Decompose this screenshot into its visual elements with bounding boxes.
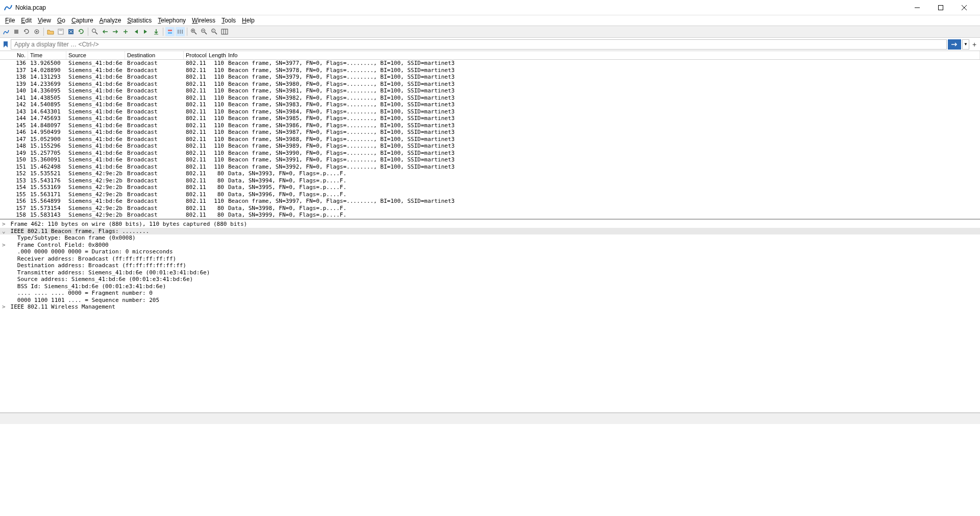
packet-row[interactable]: 15915.593154Siemens_42:9e:2bBroadcast802… [0, 219, 980, 220]
packet-list[interactable]: No. Time Source Destination Protocol Len… [0, 51, 980, 220]
packet-row[interactable]: 14414.745693Siemens_41:bd:6eBroadcast802… [0, 115, 980, 122]
menu-capture[interactable]: Capture [68, 16, 96, 25]
zoom-reset-icon[interactable]: 1 [210, 27, 219, 36]
packet-row[interactable]: 14815.155296Siemens_41:bd:6eBroadcast802… [0, 143, 980, 150]
svg-rect-4 [14, 30, 18, 34]
toolbar-separator [43, 28, 44, 36]
window-title: Nokia.pcap [15, 4, 46, 11]
zoom-in-icon[interactable] [189, 27, 199, 36]
svg-rect-30 [222, 29, 228, 34]
svg-line-28 [215, 32, 217, 34]
packet-row[interactable]: 13814.131293Siemens_41:bd:6eBroadcast802… [0, 74, 980, 81]
packet-row[interactable]: 14114.438505Siemens_41:bd:6eBroadcast802… [0, 95, 980, 102]
packet-row[interactable]: 14514.848097Siemens_41:bd:6eBroadcast802… [0, 122, 980, 129]
statusbar [0, 413, 980, 424]
col-header-destination[interactable]: Destination [125, 51, 184, 59]
go-to-packet-icon[interactable] [121, 27, 130, 36]
toolbar-separator [88, 28, 88, 36]
go-back-icon[interactable] [101, 27, 110, 36]
detail-line[interactable]: Receiver address: Broadcast (ff:ff:ff:ff… [0, 255, 980, 263]
packet-row[interactable]: 15015.360091Siemens_41:bd:6eBroadcast802… [0, 156, 980, 163]
detail-line[interactable]: > Frame 462: 110 bytes on wire (880 bits… [0, 221, 980, 228]
col-header-protocol[interactable]: Protocol [184, 51, 207, 59]
col-header-time[interactable]: Time [28, 51, 66, 59]
menu-wireless[interactable]: Wireless [189, 16, 218, 25]
add-filter-button[interactable]: + [970, 39, 978, 50]
menu-edit[interactable]: Edit [18, 16, 35, 25]
packet-row[interactable]: 15515.563171Siemens_42:9e:2bBroadcast802… [0, 191, 980, 198]
resize-columns-icon[interactable] [220, 27, 229, 36]
packet-row[interactable]: 15815.583143Siemens_42:9e:2bBroadcast802… [0, 212, 980, 219]
packet-row[interactable]: 14014.336095Siemens_41:bd:6eBroadcast802… [0, 87, 980, 95]
auto-scroll-icon[interactable] [152, 27, 161, 36]
open-file-icon[interactable] [46, 27, 55, 36]
autosize-cols-icon[interactable] [176, 27, 185, 36]
packet-row[interactable]: 14915.257705Siemens_41:bd:6eBroadcast802… [0, 150, 980, 157]
detail-line[interactable]: Source address: Siemens_41:bd:6e (00:01:… [0, 276, 980, 283]
packet-row[interactable]: 15615.564899Siemens_41:bd:6eBroadcast802… [0, 198, 980, 205]
col-header-length[interactable]: Length [207, 51, 226, 59]
packet-row[interactable]: 13914.233699Siemens_41:bd:6eBroadcast802… [0, 81, 980, 88]
menu-view[interactable]: View [35, 16, 54, 25]
go-forward-icon[interactable] [111, 27, 120, 36]
toolbar-separator [187, 28, 187, 36]
menu-telephony[interactable]: Telephony [155, 16, 189, 25]
packet-row[interactable]: 14614.950499Siemens_41:bd:6eBroadcast802… [0, 129, 980, 136]
detail-line[interactable]: Transmitter address: Siemens_41:bd:6e (0… [0, 269, 980, 276]
zoom-out-icon[interactable] [200, 27, 209, 36]
packet-row[interactable]: 14715.052900Siemens_41:bd:6eBroadcast802… [0, 136, 980, 143]
detail-line[interactable]: ⌄ IEEE 802.11 Beacon frame, Flags: .....… [0, 228, 980, 235]
filter-dropdown[interactable]: ▼ [962, 39, 969, 50]
svg-line-13 [95, 32, 97, 34]
packet-row[interactable]: 15415.553169Siemens_42:9e:2bBroadcast802… [0, 184, 980, 191]
go-first-icon[interactable] [131, 27, 140, 36]
detail-line[interactable]: Type/Subtype: Beacon frame (0x0008) [0, 234, 980, 242]
detail-line[interactable]: > Frame Control Field: 0x8000 [0, 242, 980, 249]
col-header-source[interactable]: Source [66, 51, 125, 59]
reload-icon[interactable] [77, 27, 86, 36]
col-header-info[interactable]: Info [226, 51, 980, 59]
go-last-icon[interactable] [141, 27, 151, 36]
stop-capture-icon[interactable] [12, 27, 21, 36]
detail-line[interactable]: .... .... .... 0000 = Fragment number: 0 [0, 290, 980, 297]
bookmark-icon[interactable] [2, 40, 10, 49]
packet-row[interactable]: 15315.543176Siemens_42:9e:2bBroadcast802… [0, 177, 980, 184]
find-icon[interactable] [90, 27, 100, 36]
menu-statistics[interactable]: Statistics [124, 16, 155, 25]
apply-filter-button[interactable] [948, 39, 961, 50]
menu-tools[interactable]: Tools [218, 16, 239, 25]
save-file-icon[interactable] [56, 27, 65, 36]
packet-row[interactable]: 15215.535521Siemens_42:9e:2bBroadcast802… [0, 170, 980, 177]
packet-row[interactable]: 15715.573154Siemens_42:9e:2bBroadcast802… [0, 205, 980, 212]
svg-text:1: 1 [212, 29, 214, 32]
minimize-button[interactable] [905, 0, 929, 15]
col-header-no[interactable]: No. [0, 51, 28, 59]
packet-details[interactable]: > Frame 462: 110 bytes on wire (880 bits… [0, 220, 980, 413]
detail-line[interactable]: BSS Id: Siemens_41:bd:6e (00:01:e3:41:bd… [0, 283, 980, 290]
detail-line[interactable]: .000 0000 0000 0000 = Duration: 0 micros… [0, 248, 980, 255]
packet-row[interactable]: 13714.028890Siemens_41:bd:6eBroadcast802… [0, 67, 980, 74]
packet-row[interactable]: 13613.926500Siemens_41:bd:6eBroadcast802… [0, 60, 980, 67]
capture-options-icon[interactable] [32, 27, 41, 36]
close-button[interactable] [952, 0, 976, 15]
colorize-icon[interactable] [165, 27, 175, 36]
packet-row[interactable]: 15115.462498Siemens_41:bd:6eBroadcast802… [0, 163, 980, 171]
menu-help[interactable]: Help [239, 16, 258, 25]
detail-line[interactable]: 0000 1100 1101 .... = Sequence number: 2… [0, 297, 980, 304]
svg-rect-1 [939, 5, 943, 10]
menu-go[interactable]: Go [54, 16, 68, 25]
detail-line[interactable]: > IEEE 802.11 Wireless Management [0, 303, 980, 311]
close-file-icon[interactable] [66, 27, 76, 36]
menu-analyze[interactable]: Analyze [96, 16, 125, 25]
packet-row[interactable]: 14214.540895Siemens_41:bd:6eBroadcast802… [0, 101, 980, 108]
maximize-button[interactable] [929, 0, 952, 15]
detail-line[interactable]: Destination address: Broadcast (ff:ff:ff… [0, 262, 980, 269]
restart-capture-icon[interactable] [22, 27, 31, 36]
display-filter-input[interactable] [11, 39, 947, 50]
toolbar-separator [163, 28, 163, 36]
svg-rect-16 [168, 32, 172, 34]
filterbar: ▼ + [0, 38, 980, 51]
packet-row[interactable]: 14314.643301Siemens_41:bd:6eBroadcast802… [0, 108, 980, 115]
start-capture-icon[interactable] [2, 27, 11, 36]
menu-file[interactable]: File [2, 16, 18, 25]
